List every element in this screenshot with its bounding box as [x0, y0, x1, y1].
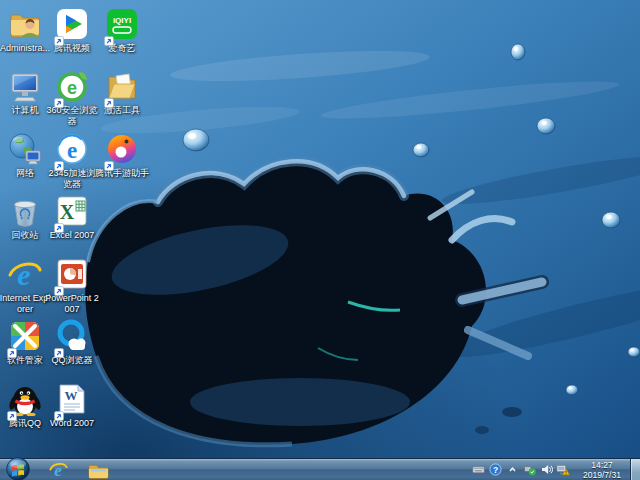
computer-monitor-icon: [8, 69, 42, 103]
usb-safe-remove-icon[interactable]: [522, 463, 536, 477]
desktop-icon-qq-browser[interactable]: QQ浏览器: [45, 318, 99, 366]
shortcut-arrow-icon: [54, 219, 64, 229]
svg-text:e: e: [67, 78, 77, 98]
icon-label: PowerPoint 2007: [45, 293, 99, 315]
recycle-bin-icon: [8, 194, 42, 228]
taskbar-clock[interactable]: 14:27 2019/7/31: [577, 460, 627, 480]
shortcut-arrow-icon: [54, 344, 64, 354]
help-icon[interactable]: ?: [488, 463, 502, 477]
system-tray: ?: [471, 459, 640, 480]
shortcut-arrow-icon: [104, 94, 114, 104]
desktop-icon-powerpoint-2007[interactable]: PowerPoint 2007: [45, 256, 99, 315]
internet-explorer-icon: e: [8, 257, 42, 291]
clock-time: 14:27: [577, 460, 627, 470]
shortcut-arrow-icon: [7, 344, 17, 354]
input-keyboard-icon[interactable]: [471, 463, 485, 477]
desktop-icon-activation-tools[interactable]: 激活工具: [95, 68, 149, 116]
taskbar-internet-explorer-icon[interactable]: e: [46, 460, 70, 480]
show-desktop-button[interactable]: [630, 459, 640, 480]
icon-label: 360安全浏览器: [45, 105, 99, 127]
windows-logo-icon: [6, 457, 30, 480]
clock-date: 2019/7/31: [577, 470, 627, 480]
shortcut-arrow-icon: [54, 407, 64, 417]
icon-label: 2345加速浏览器: [45, 168, 99, 190]
start-button[interactable]: [6, 457, 30, 480]
shortcut-arrow-icon: [54, 32, 64, 42]
shortcut-arrow-icon: [104, 32, 114, 42]
shortcut-arrow-icon: [104, 157, 114, 167]
shortcut-arrow-icon: [54, 94, 64, 104]
svg-text:W: W: [65, 388, 78, 403]
svg-text:e: e: [67, 138, 77, 163]
desktop-icon-tencent-video[interactable]: 腾讯视频: [45, 6, 99, 54]
volume-icon[interactable]: [539, 463, 553, 477]
user-folder-icon: [8, 7, 42, 41]
taskbar-windows-explorer-icon[interactable]: [86, 460, 110, 480]
shortcut-arrow-icon: [54, 282, 64, 292]
desktop-icon-2345-browser[interactable]: e 2345加速浏览器: [45, 131, 99, 190]
show-hidden-icons-chevron[interactable]: [505, 463, 519, 477]
shortcut-arrow-icon: [54, 157, 64, 167]
windows-7-desktop-screen: Administra... 腾讯视频 iQIYI 爱奇艺: [0, 0, 640, 480]
desktop-icon-word-2007[interactable]: W Word 2007: [45, 381, 99, 429]
network-globe-icon: [8, 132, 42, 166]
desktop-icon-iqiyi[interactable]: iQIYI 爱奇艺: [95, 6, 149, 54]
desktop-icon-tencent-mobile-game-assistant[interactable]: 腾讯手游助手: [95, 131, 149, 179]
network-warning-icon[interactable]: [556, 463, 570, 477]
desktop: Administra... 腾讯视频 iQIYI 爱奇艺: [0, 0, 640, 458]
desktop-icon-360-safe-browser[interactable]: e 360安全浏览器: [45, 68, 99, 127]
svg-text:?: ?: [492, 465, 497, 475]
shortcut-arrow-icon: [7, 407, 17, 417]
desktop-icon-excel-2007[interactable]: X Excel 2007: [45, 193, 99, 241]
taskbar: e ?: [0, 458, 640, 480]
svg-text:iQIYI: iQIYI: [113, 16, 131, 25]
